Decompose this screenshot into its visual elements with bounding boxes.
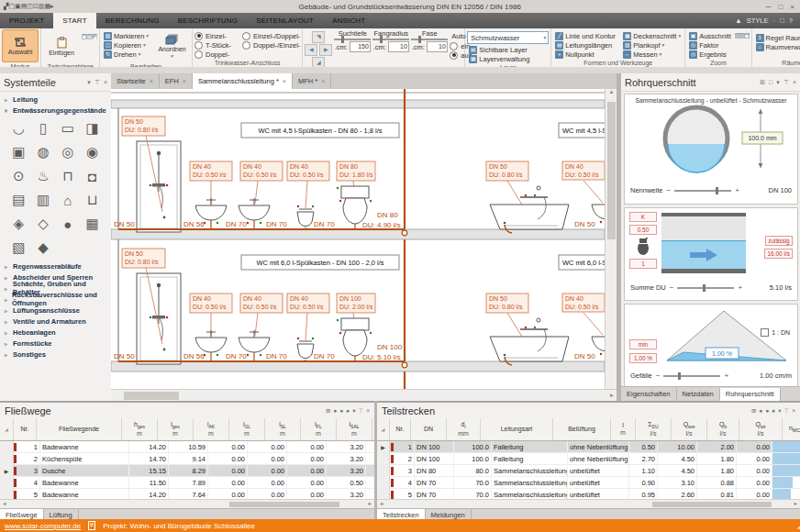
table-row[interactable]: 2 Küchenspüle 14.70 9.14 0.00 0.00 0.00 … bbox=[0, 453, 374, 465]
solar-computer-link[interactable]: www.solar-computer.de bbox=[5, 522, 81, 530]
horizontal-scrollbar[interactable]: ◄ ► bbox=[377, 499, 800, 508]
field-slider[interactable] bbox=[411, 39, 448, 40]
view-icon[interactable]: ● bbox=[333, 407, 337, 414]
tool-button[interactable]: ↔ Messen▾ bbox=[621, 50, 683, 59]
tree-item[interactable]: ▹Hebeanlagen bbox=[0, 327, 111, 338]
fixture-icon[interactable]: ▯ bbox=[32, 117, 55, 139]
field-input[interactable]: 10 bbox=[388, 41, 409, 52]
anschluss-radio[interactable]: Doppel- bbox=[194, 50, 240, 59]
drawing-canvas[interactable]: DN 50 DU: 0.80 l/s WC mit 4,5 l-Spülkast… bbox=[111, 89, 605, 389]
tab-close-icon[interactable]: × bbox=[183, 78, 186, 84]
toilet[interactable]: DN 100 DU: 2.00 l/s bbox=[337, 294, 375, 361]
table-row[interactable]: 4 Badewanne 11.50 7.89 0.00 0.00 0.00 0.… bbox=[0, 477, 374, 489]
auswahl-button[interactable]: Auswahl bbox=[2, 29, 39, 62]
fixture-icon[interactable]: ◈ bbox=[7, 213, 30, 235]
tree-item[interactable]: ▹Formstücke bbox=[0, 338, 111, 349]
ribbon-tab[interactable]: START bbox=[53, 13, 95, 28]
fixture-icon[interactable]: ◨ bbox=[81, 117, 104, 139]
tool-button[interactable]: ╱ Linie und Kontur bbox=[553, 31, 619, 40]
zoom-button[interactable]: ▣ Ausschnitt bbox=[687, 31, 733, 40]
tree-item[interactable]: ▹Rückstauverschlüsse und Öffnungen bbox=[0, 294, 111, 305]
fixture-icon[interactable]: ● bbox=[57, 213, 80, 235]
table-row[interactable]: 5 DN 70 70.0 Sammelanschlussleitung unbe… bbox=[377, 489, 800, 499]
drawing-tab[interactable]: Sammelanschlussleitung *× bbox=[193, 73, 293, 89]
style-caret-icon[interactable]: ▾ bbox=[773, 18, 776, 24]
field-input[interactable]: 10 bbox=[427, 41, 448, 52]
summe-du-slider[interactable] bbox=[677, 287, 734, 289]
fixture-icon[interactable]: ◎ bbox=[57, 141, 80, 163]
fixture-icon[interactable]: ◍ bbox=[32, 141, 55, 163]
dropdown-icon[interactable]: ▾ bbox=[87, 79, 91, 86]
fixture-icon[interactable]: ▤ bbox=[7, 189, 30, 211]
panel-tab[interactable]: Eigenschaften bbox=[621, 388, 677, 402]
room-button[interactable]: ⌂ Raumverwaltung bbox=[754, 42, 800, 51]
ribbon-tab[interactable]: BESCHRIFTUNG bbox=[169, 13, 248, 28]
tool-button[interactable]: ▦ Deckenschnitt▾ bbox=[621, 31, 683, 40]
horizontal-scrollbar[interactable]: ◄ ► bbox=[0, 499, 374, 508]
anschluss-radio[interactable]: T-Stück- bbox=[194, 40, 240, 50]
fixture-icon[interactable]: ◉ bbox=[81, 141, 104, 163]
fixture-icon[interactable]: ◇ bbox=[32, 213, 55, 235]
layer-button[interactable]: ▤ Sichtbare Layer bbox=[467, 45, 531, 54]
connect-right-icon[interactable]: ▶ bbox=[319, 44, 332, 56]
image-icon[interactable]: □ bbox=[769, 79, 772, 85]
panel-tab[interactable]: Rohrquerschnitt bbox=[720, 388, 781, 402]
slider-plus[interactable]: + bbox=[738, 283, 742, 292]
tab-close-icon[interactable]: × bbox=[150, 78, 153, 84]
tool-button[interactable]: ▤ Leitungslängen bbox=[553, 40, 619, 50]
close-icon[interactable]: × bbox=[104, 79, 107, 85]
tree-item[interactable]: ▹Sonstiges bbox=[0, 349, 111, 360]
slider-minus[interactable]: − bbox=[656, 371, 661, 380]
fixture-icon[interactable]: ▧ bbox=[7, 237, 30, 259]
edit-menu-button[interactable]: ↻ Drehen▾ bbox=[102, 50, 150, 59]
table-row[interactable]: ▶ 1 DN 100 100.0 Falleitung ohne Nebenlü… bbox=[377, 441, 800, 453]
field-slider[interactable] bbox=[334, 39, 371, 40]
clipboard-mini-icon[interactable]: ▣ bbox=[82, 34, 87, 39]
fixture-icon[interactable]: ⊙ bbox=[7, 165, 30, 187]
table-row[interactable]: ▶ 3 Dusche 15.15 8.29 0.00 0.00 0.00 3.2… bbox=[0, 465, 374, 477]
fixture-icon[interactable]: ▥ bbox=[32, 189, 55, 211]
vertical-scrollbar[interactable]: ▲ bbox=[605, 89, 617, 389]
fixture-icon[interactable]: ⊔ bbox=[81, 189, 104, 211]
panel-tab[interactable]: Netzdaten bbox=[677, 388, 720, 402]
close-icon[interactable]: × bbox=[792, 407, 795, 414]
view-icon[interactable]: ● bbox=[339, 407, 343, 414]
gefaelle-slider[interactable] bbox=[663, 375, 720, 377]
fixture-icon[interactable]: ⌂ bbox=[57, 189, 80, 211]
tree-item[interactable]: ▹Leitung bbox=[0, 94, 111, 105]
zoom-mini-icon[interactable]: ◉ bbox=[744, 33, 749, 39]
slider-minus[interactable]: − bbox=[666, 186, 671, 194]
pin-icon[interactable]: ⊤ bbox=[783, 79, 789, 86]
fixture-icon[interactable]: ◘ bbox=[81, 165, 104, 187]
pin-icon[interactable]: ⊤ bbox=[784, 407, 790, 415]
pin-icon[interactable]: ⊤ bbox=[359, 407, 364, 415]
close-icon[interactable]: × bbox=[366, 407, 370, 414]
layer-combobox[interactable]: Schmutzwasser▾ bbox=[467, 31, 549, 44]
style-menu[interactable]: STYLE bbox=[747, 17, 769, 25]
maximize-button[interactable]: □ bbox=[778, 3, 783, 11]
bidet[interactable]: DN 40 DU: 0.50 l/s bbox=[287, 294, 329, 361]
washbasin[interactable]: DN 40 DU: 0.50 l/s bbox=[190, 294, 232, 361]
fixture-icon[interactable]: ◡ bbox=[7, 117, 30, 139]
bidet[interactable]: DN 40 DU: 0.50 l/s bbox=[287, 161, 329, 229]
anschluss-radio[interactable]: Einzel- bbox=[194, 31, 240, 40]
table-row[interactable]: 5 Badewanne 14.20 7.64 0.00 0.00 0.00 3.… bbox=[0, 489, 374, 499]
washbasin[interactable]: DN 40 DU: 0.50 l/s bbox=[562, 161, 605, 229]
tab-close-icon[interactable]: × bbox=[283, 78, 286, 84]
slider-plus[interactable]: + bbox=[735, 186, 739, 194]
fixture-icon[interactable]: ♨ bbox=[32, 165, 55, 187]
view-icon[interactable]: ● bbox=[346, 407, 350, 414]
table-row[interactable]: 4 DN 70 70.0 Sammelanschlussleitung unbe… bbox=[377, 477, 800, 489]
ribbon-tab[interactable]: BERECHNUNG bbox=[96, 13, 169, 28]
edit-menu-button[interactable]: ▧ Markieren▾ bbox=[102, 31, 150, 40]
zoom-button[interactable]: ◎ Faktor bbox=[687, 40, 733, 50]
tool-button[interactable]: ▧ Plankopf▾ bbox=[621, 40, 683, 50]
tree-item[interactable]: ▾Entwässerungsgegenstände bbox=[0, 105, 111, 116]
einfuegen-button[interactable]: Einfügen bbox=[43, 29, 80, 62]
toilet[interactable]: DN 80 DU: 1.80 l/s bbox=[337, 161, 375, 229]
quick-access-toolbar[interactable]: ▞▢▣▤◫⊡▥▦▸ bbox=[0, 3, 54, 10]
field-input[interactable]: 150 bbox=[350, 41, 371, 52]
table-row[interactable]: 1 Badewanne 14.20 10.59 0.00 0.00 0.00 3… bbox=[0, 441, 374, 453]
dropdown-icon[interactable]: ▾ bbox=[352, 407, 355, 415]
close-icon[interactable]: × bbox=[793, 79, 796, 85]
